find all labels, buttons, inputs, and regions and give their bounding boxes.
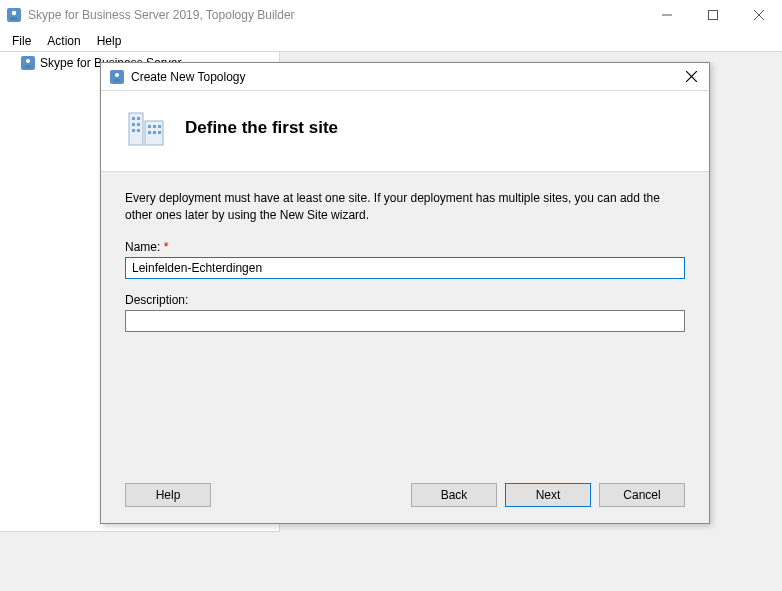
- next-button[interactable]: Next: [505, 483, 591, 507]
- name-label: Name: *: [125, 240, 685, 254]
- svg-rect-20: [148, 125, 151, 128]
- svg-rect-24: [153, 131, 156, 134]
- minimize-icon: [662, 10, 672, 20]
- main-window-title: Skype for Business Server 2019, Topology…: [28, 8, 644, 22]
- building-icon: [125, 107, 167, 149]
- svg-rect-14: [132, 117, 135, 120]
- svg-point-1: [12, 11, 16, 15]
- window-controls: [644, 0, 782, 30]
- description-input[interactable]: [125, 310, 685, 332]
- maximize-icon: [708, 10, 718, 20]
- svg-point-9: [115, 73, 119, 77]
- minimize-button[interactable]: [644, 0, 690, 30]
- svg-rect-19: [137, 129, 140, 132]
- svg-rect-18: [132, 129, 135, 132]
- required-mark: *: [164, 240, 169, 254]
- dialog-footer: Help Back Next Cancel: [101, 473, 709, 523]
- description-field-block: Description:: [125, 293, 685, 332]
- svg-rect-25: [158, 131, 161, 134]
- close-icon: [686, 71, 697, 82]
- svg-rect-12: [129, 113, 143, 145]
- svg-rect-17: [137, 123, 140, 126]
- dialog-body: Every deployment must have at least one …: [101, 172, 709, 473]
- dialog-header: Define the first site: [101, 91, 709, 172]
- dialog-titlebar: Create New Topology: [101, 63, 709, 91]
- app-icon: [6, 7, 22, 23]
- tree-node-icon: [20, 55, 36, 71]
- close-icon: [754, 10, 764, 20]
- cancel-button[interactable]: Cancel: [599, 483, 685, 507]
- svg-rect-23: [148, 131, 151, 134]
- dialog-heading: Define the first site: [185, 118, 338, 138]
- svg-rect-16: [132, 123, 135, 126]
- menu-file[interactable]: File: [4, 32, 39, 50]
- maximize-button[interactable]: [690, 0, 736, 30]
- svg-rect-3: [709, 11, 718, 20]
- dialog-icon: [109, 69, 125, 85]
- dialog-close-button[interactable]: [681, 69, 701, 85]
- name-field-block: Name: *: [125, 240, 685, 279]
- help-button[interactable]: Help: [125, 483, 211, 507]
- name-input[interactable]: [125, 257, 685, 279]
- main-window-titlebar: Skype for Business Server 2019, Topology…: [0, 0, 782, 30]
- name-label-text: Name:: [125, 240, 160, 254]
- create-topology-dialog: Create New Topology Define the first sit…: [100, 62, 710, 524]
- dialog-title: Create New Topology: [131, 70, 681, 84]
- svg-rect-15: [137, 117, 140, 120]
- dialog-instructions: Every deployment must have at least one …: [125, 190, 685, 224]
- svg-rect-21: [153, 125, 156, 128]
- svg-point-7: [26, 59, 30, 63]
- description-label: Description:: [125, 293, 685, 307]
- menu-action[interactable]: Action: [39, 32, 88, 50]
- menu-help[interactable]: Help: [89, 32, 130, 50]
- close-button[interactable]: [736, 0, 782, 30]
- svg-rect-22: [158, 125, 161, 128]
- back-button[interactable]: Back: [411, 483, 497, 507]
- menu-bar: File Action Help: [0, 30, 782, 52]
